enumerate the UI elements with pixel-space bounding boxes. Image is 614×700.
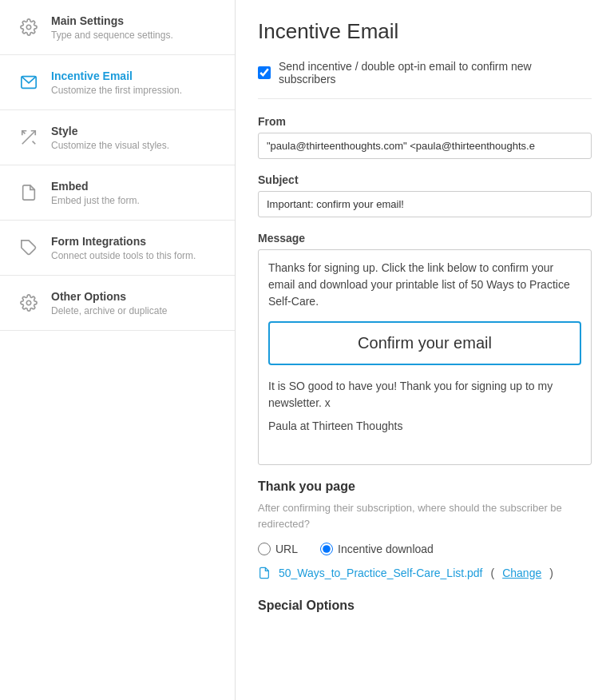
- svg-line-4: [33, 141, 36, 145]
- file-pdf-icon: [258, 567, 271, 579]
- sidebar-item-other-options[interactable]: Other Options Delete, archive or duplica…: [0, 276, 235, 331]
- file-link[interactable]: 50_Ways_to_Practice_Self-Care_List.pdf: [279, 567, 483, 579]
- special-options-title: Special Options: [258, 599, 592, 613]
- svg-point-6: [26, 300, 31, 305]
- sidebar: Main Settings Type and sequence settings…: [0, 0, 236, 700]
- send-incentive-checkbox-row: Send incentive / double opt-in email to …: [258, 60, 592, 99]
- message-field-group: Message Thanks for signing up. Click the…: [258, 232, 592, 465]
- change-link[interactable]: Change: [502, 567, 541, 579]
- sidebar-item-incentive-email[interactable]: Incentive Email Customize the first impr…: [0, 55, 235, 110]
- message-body-text: Thanks for signing up. Click the link be…: [268, 260, 581, 310]
- file-row: 50_Ways_to_Practice_Self-Care_List.pdf (…: [258, 567, 592, 579]
- file-icon: [14, 178, 43, 207]
- radio-incentive-label: Incentive download: [338, 543, 434, 555]
- radio-url-label: URL: [275, 543, 298, 555]
- redirect-radio-group: URL Incentive download: [258, 543, 592, 555]
- sidebar-item-form-integrations-title: Form Integrations: [51, 235, 196, 248]
- send-incentive-label[interactable]: Send incentive / double opt-in email to …: [279, 60, 592, 86]
- sidebar-item-style-subtitle: Customize the visual styles.: [51, 140, 169, 151]
- gear-icon: [14, 13, 43, 42]
- subject-input[interactable]: [258, 191, 592, 217]
- envelope-icon: [14, 68, 43, 97]
- thank-you-section: Thank you page After confirming their su…: [258, 479, 592, 579]
- radio-url-option[interactable]: URL: [258, 543, 298, 555]
- wand-icon: [14, 123, 43, 152]
- message-signature: Paula at Thirteen Thoughts: [268, 420, 581, 432]
- main-content: Incentive Email Send incentive / double …: [236, 0, 614, 700]
- from-label: From: [258, 115, 592, 128]
- radio-incentive[interactable]: [320, 543, 333, 555]
- sidebar-item-embed[interactable]: Embed Embed just the form.: [0, 165, 235, 221]
- message-box[interactable]: Thanks for signing up. Click the link be…: [258, 249, 592, 465]
- confirm-email-button[interactable]: Confirm your email: [268, 321, 581, 365]
- sidebar-item-form-integrations[interactable]: Form Integrations Connect outside tools …: [0, 221, 235, 276]
- sidebar-item-form-integrations-subtitle: Connect outside tools to this form.: [51, 250, 196, 261]
- sidebar-item-style[interactable]: Style Customize the visual styles.: [0, 110, 235, 165]
- sidebar-item-style-title: Style: [51, 125, 169, 137]
- sidebar-item-embed-title: Embed: [51, 180, 140, 193]
- from-input[interactable]: [258, 133, 592, 159]
- radio-url[interactable]: [258, 543, 271, 555]
- sidebar-item-incentive-email-subtitle: Customize the first impression.: [51, 85, 182, 96]
- send-incentive-checkbox[interactable]: [258, 66, 271, 79]
- thank-you-description: After confirming their subscription, whe…: [258, 500, 592, 531]
- sidebar-item-main-settings[interactable]: Main Settings Type and sequence settings…: [0, 0, 235, 55]
- message-footer-text: It is SO good to have you! Thank you for…: [268, 378, 581, 412]
- svg-point-0: [26, 25, 31, 30]
- sidebar-item-other-options-title: Other Options: [51, 290, 167, 303]
- sidebar-item-main-settings-subtitle: Type and sequence settings.: [51, 30, 173, 41]
- subject-field-group: Subject: [258, 173, 592, 217]
- sidebar-item-incentive-email-title: Incentive Email: [51, 70, 182, 82]
- puzzle-icon: [14, 233, 43, 262]
- sidebar-item-embed-subtitle: Embed just the form.: [51, 195, 140, 206]
- sidebar-item-main-settings-title: Main Settings: [51, 14, 173, 27]
- page-title: Incentive Email: [258, 19, 592, 44]
- radio-incentive-option[interactable]: Incentive download: [320, 543, 434, 555]
- thank-you-page-title: Thank you page: [258, 479, 592, 494]
- gear-small-icon: [14, 288, 43, 317]
- from-field-group: From: [258, 115, 592, 159]
- message-label: Message: [258, 232, 592, 245]
- sidebar-item-other-options-subtitle: Delete, archive or duplicate: [51, 305, 167, 316]
- subject-label: Subject: [258, 173, 592, 186]
